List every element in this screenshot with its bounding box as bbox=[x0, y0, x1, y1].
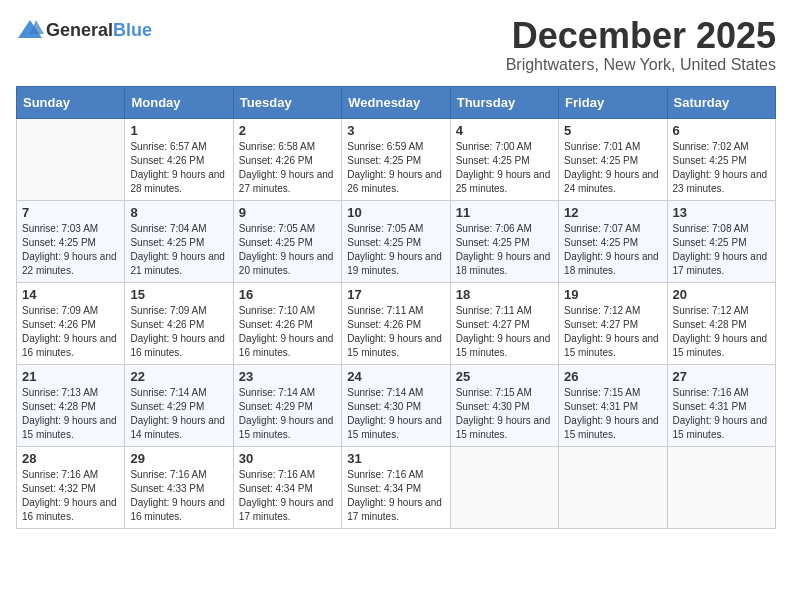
calendar-cell: 16Sunrise: 7:10 AMSunset: 4:26 PMDayligh… bbox=[233, 282, 341, 364]
day-number: 8 bbox=[130, 205, 227, 220]
calendar-cell: 8Sunrise: 7:04 AMSunset: 4:25 PMDaylight… bbox=[125, 200, 233, 282]
day-number: 16 bbox=[239, 287, 336, 302]
day-number: 12 bbox=[564, 205, 661, 220]
calendar-week-row: 1Sunrise: 6:57 AMSunset: 4:26 PMDaylight… bbox=[17, 118, 776, 200]
day-info: Sunrise: 6:59 AMSunset: 4:25 PMDaylight:… bbox=[347, 140, 444, 196]
calendar-cell: 13Sunrise: 7:08 AMSunset: 4:25 PMDayligh… bbox=[667, 200, 775, 282]
calendar-cell: 5Sunrise: 7:01 AMSunset: 4:25 PMDaylight… bbox=[559, 118, 667, 200]
logo-blue-text: Blue bbox=[113, 20, 152, 40]
calendar-cell: 14Sunrise: 7:09 AMSunset: 4:26 PMDayligh… bbox=[17, 282, 125, 364]
calendar-cell: 26Sunrise: 7:15 AMSunset: 4:31 PMDayligh… bbox=[559, 364, 667, 446]
day-info: Sunrise: 7:08 AMSunset: 4:25 PMDaylight:… bbox=[673, 222, 770, 278]
day-info: Sunrise: 7:05 AMSunset: 4:25 PMDaylight:… bbox=[239, 222, 336, 278]
calendar-title: December 2025 bbox=[506, 16, 776, 56]
day-info: Sunrise: 7:11 AMSunset: 4:27 PMDaylight:… bbox=[456, 304, 553, 360]
calendar-cell: 29Sunrise: 7:16 AMSunset: 4:33 PMDayligh… bbox=[125, 446, 233, 528]
day-number: 14 bbox=[22, 287, 119, 302]
day-info: Sunrise: 7:14 AMSunset: 4:29 PMDaylight:… bbox=[239, 386, 336, 442]
day-info: Sunrise: 7:15 AMSunset: 4:31 PMDaylight:… bbox=[564, 386, 661, 442]
day-number: 4 bbox=[456, 123, 553, 138]
day-number: 2 bbox=[239, 123, 336, 138]
day-info: Sunrise: 7:14 AMSunset: 4:30 PMDaylight:… bbox=[347, 386, 444, 442]
calendar-cell: 15Sunrise: 7:09 AMSunset: 4:26 PMDayligh… bbox=[125, 282, 233, 364]
day-info: Sunrise: 7:06 AMSunset: 4:25 PMDaylight:… bbox=[456, 222, 553, 278]
day-number: 23 bbox=[239, 369, 336, 384]
day-info: Sunrise: 7:13 AMSunset: 4:28 PMDaylight:… bbox=[22, 386, 119, 442]
weekday-header-sunday: Sunday bbox=[17, 86, 125, 118]
calendar-cell: 17Sunrise: 7:11 AMSunset: 4:26 PMDayligh… bbox=[342, 282, 450, 364]
calendar-week-row: 21Sunrise: 7:13 AMSunset: 4:28 PMDayligh… bbox=[17, 364, 776, 446]
weekday-header-wednesday: Wednesday bbox=[342, 86, 450, 118]
day-number: 10 bbox=[347, 205, 444, 220]
day-number: 6 bbox=[673, 123, 770, 138]
title-section: December 2025 Brightwaters, New York, Un… bbox=[506, 16, 776, 74]
weekday-header-row: SundayMondayTuesdayWednesdayThursdayFrid… bbox=[17, 86, 776, 118]
day-number: 31 bbox=[347, 451, 444, 466]
calendar-week-row: 14Sunrise: 7:09 AMSunset: 4:26 PMDayligh… bbox=[17, 282, 776, 364]
day-info: Sunrise: 6:58 AMSunset: 4:26 PMDaylight:… bbox=[239, 140, 336, 196]
weekday-header-friday: Friday bbox=[559, 86, 667, 118]
calendar-cell: 9Sunrise: 7:05 AMSunset: 4:25 PMDaylight… bbox=[233, 200, 341, 282]
logo-icon bbox=[16, 16, 44, 44]
calendar-week-row: 28Sunrise: 7:16 AMSunset: 4:32 PMDayligh… bbox=[17, 446, 776, 528]
day-number: 29 bbox=[130, 451, 227, 466]
day-info: Sunrise: 7:16 AMSunset: 4:33 PMDaylight:… bbox=[130, 468, 227, 524]
calendar-cell: 12Sunrise: 7:07 AMSunset: 4:25 PMDayligh… bbox=[559, 200, 667, 282]
calendar-cell: 3Sunrise: 6:59 AMSunset: 4:25 PMDaylight… bbox=[342, 118, 450, 200]
day-number: 24 bbox=[347, 369, 444, 384]
calendar-table: SundayMondayTuesdayWednesdayThursdayFrid… bbox=[16, 86, 776, 529]
day-info: Sunrise: 7:04 AMSunset: 4:25 PMDaylight:… bbox=[130, 222, 227, 278]
day-info: Sunrise: 7:01 AMSunset: 4:25 PMDaylight:… bbox=[564, 140, 661, 196]
day-number: 9 bbox=[239, 205, 336, 220]
day-number: 1 bbox=[130, 123, 227, 138]
calendar-cell: 18Sunrise: 7:11 AMSunset: 4:27 PMDayligh… bbox=[450, 282, 558, 364]
day-info: Sunrise: 7:16 AMSunset: 4:34 PMDaylight:… bbox=[239, 468, 336, 524]
day-number: 25 bbox=[456, 369, 553, 384]
day-info: Sunrise: 7:02 AMSunset: 4:25 PMDaylight:… bbox=[673, 140, 770, 196]
day-info: Sunrise: 7:05 AMSunset: 4:25 PMDaylight:… bbox=[347, 222, 444, 278]
weekday-header-monday: Monday bbox=[125, 86, 233, 118]
day-number: 15 bbox=[130, 287, 227, 302]
calendar-cell bbox=[559, 446, 667, 528]
calendar-cell bbox=[450, 446, 558, 528]
calendar-cell: 1Sunrise: 6:57 AMSunset: 4:26 PMDaylight… bbox=[125, 118, 233, 200]
calendar-cell: 7Sunrise: 7:03 AMSunset: 4:25 PMDaylight… bbox=[17, 200, 125, 282]
day-number: 21 bbox=[22, 369, 119, 384]
day-info: Sunrise: 7:16 AMSunset: 4:31 PMDaylight:… bbox=[673, 386, 770, 442]
calendar-cell: 4Sunrise: 7:00 AMSunset: 4:25 PMDaylight… bbox=[450, 118, 558, 200]
day-number: 20 bbox=[673, 287, 770, 302]
calendar-cell: 11Sunrise: 7:06 AMSunset: 4:25 PMDayligh… bbox=[450, 200, 558, 282]
calendar-cell: 30Sunrise: 7:16 AMSunset: 4:34 PMDayligh… bbox=[233, 446, 341, 528]
day-info: Sunrise: 7:14 AMSunset: 4:29 PMDaylight:… bbox=[130, 386, 227, 442]
calendar-cell: 22Sunrise: 7:14 AMSunset: 4:29 PMDayligh… bbox=[125, 364, 233, 446]
day-info: Sunrise: 7:00 AMSunset: 4:25 PMDaylight:… bbox=[456, 140, 553, 196]
calendar-cell: 19Sunrise: 7:12 AMSunset: 4:27 PMDayligh… bbox=[559, 282, 667, 364]
calendar-cell: 31Sunrise: 7:16 AMSunset: 4:34 PMDayligh… bbox=[342, 446, 450, 528]
calendar-cell: 27Sunrise: 7:16 AMSunset: 4:31 PMDayligh… bbox=[667, 364, 775, 446]
calendar-cell: 25Sunrise: 7:15 AMSunset: 4:30 PMDayligh… bbox=[450, 364, 558, 446]
day-info: Sunrise: 7:15 AMSunset: 4:30 PMDaylight:… bbox=[456, 386, 553, 442]
day-info: Sunrise: 7:12 AMSunset: 4:27 PMDaylight:… bbox=[564, 304, 661, 360]
day-info: Sunrise: 7:03 AMSunset: 4:25 PMDaylight:… bbox=[22, 222, 119, 278]
day-info: Sunrise: 7:11 AMSunset: 4:26 PMDaylight:… bbox=[347, 304, 444, 360]
day-info: Sunrise: 7:16 AMSunset: 4:32 PMDaylight:… bbox=[22, 468, 119, 524]
day-info: Sunrise: 7:09 AMSunset: 4:26 PMDaylight:… bbox=[22, 304, 119, 360]
day-number: 13 bbox=[673, 205, 770, 220]
calendar-cell: 23Sunrise: 7:14 AMSunset: 4:29 PMDayligh… bbox=[233, 364, 341, 446]
calendar-cell: 2Sunrise: 6:58 AMSunset: 4:26 PMDaylight… bbox=[233, 118, 341, 200]
calendar-cell: 20Sunrise: 7:12 AMSunset: 4:28 PMDayligh… bbox=[667, 282, 775, 364]
day-number: 5 bbox=[564, 123, 661, 138]
calendar-cell: 6Sunrise: 7:02 AMSunset: 4:25 PMDaylight… bbox=[667, 118, 775, 200]
day-number: 30 bbox=[239, 451, 336, 466]
day-number: 19 bbox=[564, 287, 661, 302]
day-number: 27 bbox=[673, 369, 770, 384]
day-info: Sunrise: 7:07 AMSunset: 4:25 PMDaylight:… bbox=[564, 222, 661, 278]
calendar-cell: 10Sunrise: 7:05 AMSunset: 4:25 PMDayligh… bbox=[342, 200, 450, 282]
day-number: 17 bbox=[347, 287, 444, 302]
day-number: 26 bbox=[564, 369, 661, 384]
calendar-cell bbox=[17, 118, 125, 200]
day-info: Sunrise: 7:10 AMSunset: 4:26 PMDaylight:… bbox=[239, 304, 336, 360]
weekday-header-tuesday: Tuesday bbox=[233, 86, 341, 118]
calendar-subtitle: Brightwaters, New York, United States bbox=[506, 56, 776, 74]
weekday-header-saturday: Saturday bbox=[667, 86, 775, 118]
